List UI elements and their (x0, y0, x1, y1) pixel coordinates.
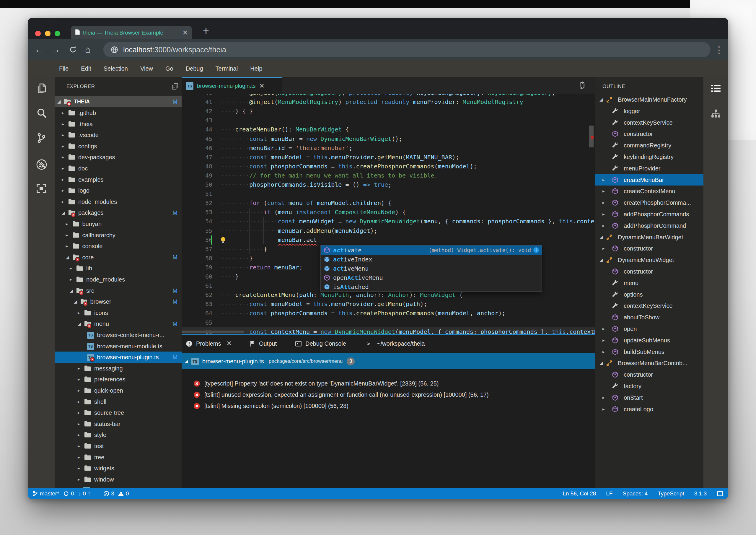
outline-item[interactable]: ▸updateSubMenus (595, 335, 703, 346)
close-window-button[interactable] (35, 31, 41, 36)
indentation-item[interactable]: Spaces: 4 (623, 491, 648, 497)
outline-item[interactable]: ◢BrowserMenuBarContrib... (595, 357, 703, 369)
suggest-item[interactable]: activeMenu (321, 264, 542, 273)
code-line[interactable]: 65 (182, 318, 595, 327)
problem-row[interactable]: [typescript] Property 'act' does not exi… (182, 378, 595, 389)
code-line[interactable]: 46········menuBar.id = 'theia:menubar'; (182, 144, 595, 153)
code-line[interactable]: 49········// for the main menu we want a… (182, 171, 595, 180)
outline-item[interactable]: keybindingRegistry (595, 151, 703, 162)
tree-item-folder[interactable]: ◢browserM (55, 296, 182, 307)
outline-item[interactable]: ▸onStart (595, 392, 703, 403)
code-line[interactable]: 44····createMenuBar(): MenuBarWidget { (182, 125, 595, 134)
tree-item-file[interactable]: TSbrowser-menu-plugin.tsM (55, 352, 182, 363)
tree-item-folder[interactable]: ◢menuM (55, 318, 182, 329)
outline-item[interactable]: constructor (595, 266, 703, 277)
tree-item-folder[interactable]: ▸logo (55, 185, 182, 196)
outline-item[interactable]: ▸createContextMenu (595, 185, 703, 197)
tree-item-folder[interactable]: ◢coreM (55, 252, 182, 263)
code-line[interactable]: 56 menuBar.act (182, 236, 595, 245)
suggest-item[interactable]: activate(method) Widget.activate(): void (321, 245, 542, 255)
code-line[interactable]: 43 (182, 116, 595, 125)
tree-item-file[interactable]: TSabout-dialog.ts (55, 485, 182, 488)
new-tab-button[interactable]: + (203, 25, 209, 37)
code-line[interactable]: 64········const phosphorCommands = this.… (182, 309, 595, 318)
outline-view-icon[interactable] (710, 83, 721, 96)
tree-item-folder[interactable]: ▸preferences (55, 374, 182, 385)
tree-item-folder[interactable]: ▸examples (55, 174, 182, 185)
tree-item-folder[interactable]: ▸messaging (55, 363, 182, 374)
browser-tab[interactable]: theia — Theia Browser Example ✕ (71, 26, 192, 39)
code-line[interactable]: 42····) { } (182, 107, 595, 116)
close-editor-icon[interactable]: ✕ (259, 82, 265, 90)
code-line[interactable]: 48········const phosphorCommands = this.… (182, 162, 595, 171)
code-line[interactable]: 52········for (const menu of menuModel.c… (182, 199, 595, 208)
outline-item[interactable]: logger (595, 105, 703, 117)
eol-item[interactable]: LF (606, 491, 612, 497)
outline-item[interactable]: ▸addPhosphorCommands (595, 209, 703, 220)
tree-item-folder[interactable]: ▸status-bar (55, 418, 182, 430)
outline-item[interactable]: ▸open (595, 323, 703, 334)
menu-edit[interactable]: Edit (75, 65, 97, 72)
problem-row[interactable]: [tslint] unused expression, expected an … (182, 389, 595, 400)
tree-item-folder[interactable]: ◢srcM (55, 285, 182, 296)
cursor-position-item[interactable]: Ln 56, Col 28 (563, 491, 596, 497)
collapse-folders-icon[interactable] (172, 83, 179, 92)
tree-item-folder[interactable]: ▸widgets (55, 463, 182, 474)
code-line[interactable]: 66········const contextMenu = new Dynami… (182, 327, 595, 334)
menu-view[interactable]: View (134, 65, 159, 72)
code-line[interactable]: 40········@inject(KeybindingRegistry) pr… (182, 94, 595, 98)
close-tab-icon[interactable]: ✕ (182, 29, 188, 37)
tree-item-folder[interactable]: ▸configs (55, 141, 182, 152)
code-editor[interactable]: 40········@inject(KeybindingRegistry) pr… (182, 94, 595, 334)
tree-item-folder[interactable]: ▸.vscode (55, 129, 182, 141)
git-branch-item[interactable]: master* (32, 491, 59, 497)
tree-item-folder[interactable]: ▸style (55, 429, 182, 440)
source-control-icon[interactable] (36, 132, 47, 144)
tree-item-folder[interactable]: ▸console (55, 240, 182, 252)
tree-item-folder[interactable]: ▸node_modules (55, 196, 182, 208)
code-line[interactable]: 51 (182, 189, 595, 199)
outline-item[interactable]: options (595, 289, 703, 300)
code-line[interactable]: 47········const menuModel = this.menuPro… (182, 153, 595, 162)
code-line[interactable]: 63········const menuModel = this.menuPro… (182, 299, 595, 309)
sync-item[interactable]: 0 (63, 491, 74, 497)
browser-menu-icon[interactable]: ⋮ (715, 39, 723, 60)
menu-help[interactable]: Help (244, 65, 268, 72)
outline-item[interactable]: menu (595, 277, 703, 289)
editor-tab[interactable]: TS browser-menu-plugin.ts ✕ (182, 77, 282, 94)
debug-icon[interactable] (36, 159, 47, 170)
menu-file[interactable]: File (53, 65, 75, 72)
tree-item-folder[interactable]: ▸callhierarchy (55, 230, 182, 241)
problem-row[interactable]: [tslint] Missing semicolon (semicolon) [… (182, 401, 595, 411)
home-icon[interactable]: ⌂ (85, 39, 91, 60)
suggest-item[interactable]: isAttached (321, 282, 542, 291)
code-line[interactable]: 45········const menuBar = new DynamicMen… (182, 134, 595, 144)
code-line[interactable]: 55················menuBar.addMenu(menuWi… (182, 226, 595, 236)
pull-push-item[interactable]: ↓ 0 ↑ (78, 490, 90, 497)
menu-selection[interactable]: Selection (97, 65, 134, 72)
zoom-window-button[interactable] (55, 31, 60, 36)
outline-item[interactable]: aboutToShow (595, 312, 703, 323)
outline-item[interactable]: ▸buildSubMenus (595, 346, 703, 357)
outline-item[interactable]: contextKeyService (595, 117, 703, 128)
back-icon[interactable]: ← (35, 39, 44, 60)
files-icon[interactable] (36, 83, 47, 95)
tree-item-folder[interactable]: ▸source-tree (55, 407, 182, 418)
problems-status-item[interactable]: 3 0 (103, 491, 129, 497)
outline-item[interactable]: ▸constructor (595, 243, 703, 254)
tree-item-file[interactable]: TSbrowser-menu-module.ts (55, 341, 182, 352)
outline-item[interactable]: ▸createPhosphorComma... (595, 197, 703, 208)
code-line[interactable]: 50········phosphorCommands.isVisible = (… (182, 180, 595, 189)
code-line[interactable]: 41········@inject(MenuModelRegistry) pro… (182, 98, 595, 107)
address-bar[interactable]: localhost:3000/workspace/theia (103, 42, 711, 57)
outline-item[interactable]: factory (595, 380, 703, 392)
tree-item-folder[interactable]: ▸test (55, 440, 182, 452)
tree-item-folder[interactable]: ▸.github (55, 107, 182, 119)
search-icon[interactable] (36, 107, 47, 119)
outline-item[interactable]: contextKeyService (595, 300, 703, 311)
menu-go[interactable]: Go (159, 65, 179, 72)
outline-item[interactable]: ◢BrowserMainMenuFactory (595, 94, 703, 105)
tree-item-folder[interactable]: ◢packagesM (55, 207, 182, 218)
tree-item-folder[interactable]: ▸bunyan (55, 218, 182, 230)
panel-tab-output[interactable]: Output (249, 340, 277, 347)
